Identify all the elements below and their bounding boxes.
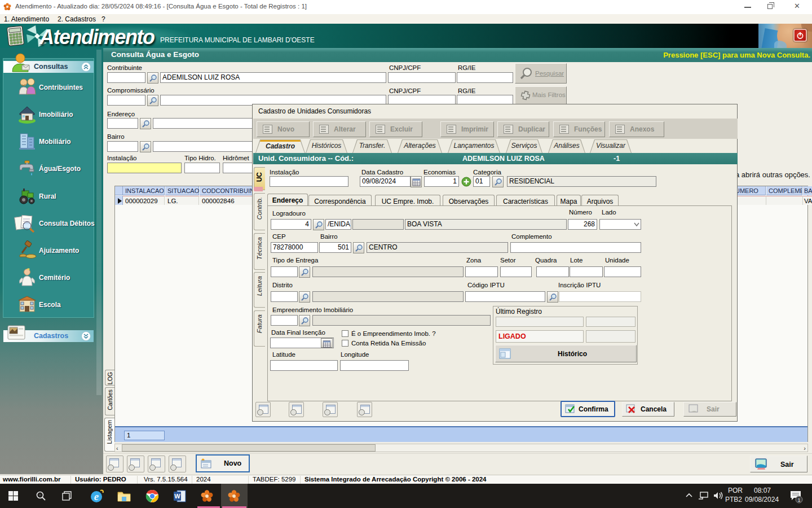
svg-text:e: e xyxy=(94,491,99,502)
svg-text:1: 1 xyxy=(797,497,800,503)
svg-text:W: W xyxy=(174,493,180,500)
